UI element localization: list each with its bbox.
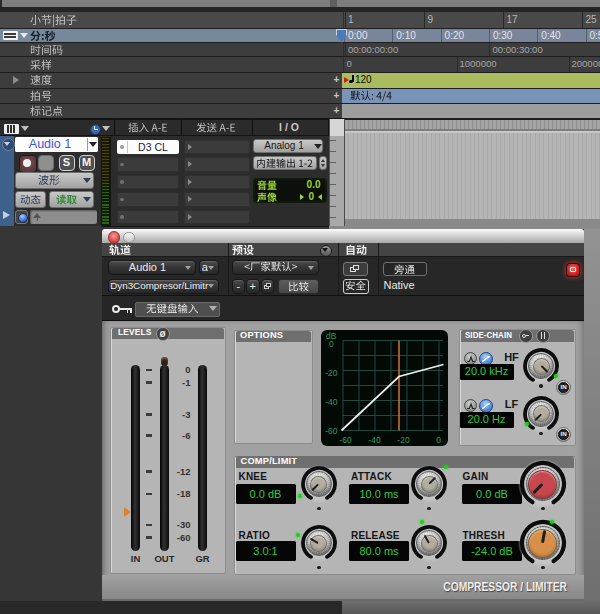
svg-text:-40: -40: [368, 434, 381, 444]
svg-text:0: 0: [329, 339, 334, 349]
svg-text:-40: -40: [325, 396, 338, 406]
svg-text:-20: -20: [397, 434, 410, 444]
svg-text:-60: -60: [339, 434, 352, 444]
svg-text:-60: -60: [325, 425, 338, 435]
svg-text:-20: -20: [325, 367, 338, 377]
